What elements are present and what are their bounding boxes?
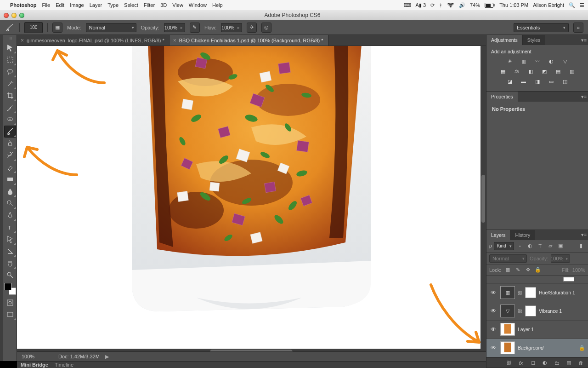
visibility-toggle-icon[interactable]: 👁 (489, 308, 498, 314)
eyedropper-tool[interactable] (4, 102, 16, 114)
status-flyout-icon[interactable]: ▶ (105, 354, 109, 360)
crop-tool[interactable] (4, 90, 16, 102)
pressure-opacity-button[interactable]: ✎ (190, 23, 200, 33)
lasso-tool[interactable] (4, 66, 16, 78)
visibility-toggle-icon[interactable]: 👁 (489, 289, 498, 296)
color-balance-icon[interactable]: ⚖ (512, 67, 522, 75)
tab-layers[interactable]: Layers (486, 230, 511, 240)
link-layers-icon[interactable]: ⛓ (505, 359, 513, 367)
blend-mode-dropdown[interactable]: Normal (86, 23, 136, 32)
visibility-toggle-icon[interactable]: 👁 (489, 326, 498, 333)
document-tab[interactable]: × BBQ Chicken Enchiladas 1.psd @ 100% (B… (170, 35, 328, 46)
brush-tool[interactable] (4, 126, 16, 138)
blend-mode-dropdown[interactable]: Normal (489, 254, 527, 263)
lock-pixels-icon[interactable]: ✎ (514, 266, 521, 274)
layer-opacity-input[interactable]: 100% (551, 254, 570, 263)
window-close-button[interactable] (4, 13, 9, 18)
history-brush-tool[interactable] (4, 150, 16, 161)
layer-row[interactable]: 👁 ▥ ⛓ Hue/Saturation 1 (486, 284, 588, 302)
filter-type-icon[interactable]: T (536, 242, 544, 250)
hand-tool[interactable] (4, 257, 16, 269)
quickmask-button[interactable] (4, 297, 16, 309)
tray-sync-icon[interactable]: ⟳ (430, 2, 435, 8)
tray-spotlight-icon[interactable]: 🔍 (569, 2, 575, 8)
new-layer-icon[interactable]: ▤ (565, 359, 572, 367)
add-mask-icon[interactable]: ◻ (529, 359, 537, 367)
invert-icon[interactable]: ◪ (505, 77, 515, 86)
window-minimize-button[interactable] (11, 13, 17, 18)
window-zoom-button[interactable] (19, 13, 24, 18)
pen-tool[interactable] (4, 209, 16, 221)
filter-smart-icon[interactable]: ▣ (556, 242, 565, 250)
tab-timeline[interactable]: Timeline (55, 362, 74, 368)
tool-indicator-brush-icon[interactable] (5, 23, 15, 33)
close-icon[interactable]: × (173, 37, 176, 44)
layer-filter-kind[interactable]: Kind (494, 242, 514, 250)
tray-notifications-icon[interactable]: ☰ (580, 2, 584, 8)
dodge-tool[interactable] (4, 197, 16, 209)
move-tool[interactable] (4, 42, 16, 54)
menu-filter[interactable]: Filter (144, 2, 155, 8)
layer-mask-thumbnail[interactable] (525, 287, 536, 298)
tray-battery-icon[interactable] (485, 3, 495, 8)
color-lookup-icon[interactable]: ▥ (567, 67, 577, 75)
pressure-size-button[interactable]: ◎ (261, 23, 271, 33)
brush-panel-toggle-button[interactable]: ▦ (52, 23, 62, 33)
new-group-icon[interactable]: 🗀 (553, 359, 560, 367)
close-icon[interactable]: × (21, 37, 24, 44)
tab-mini-bridge[interactable]: Mini Bridge (21, 362, 48, 368)
layer-style-icon[interactable]: fx (517, 359, 525, 367)
tray-keyboard-icon[interactable]: ⌨︎ (404, 2, 411, 8)
type-tool[interactable]: T (4, 221, 16, 233)
filter-adjustment-icon[interactable]: ◐ (526, 242, 534, 250)
magic-wand-tool[interactable] (4, 78, 16, 90)
tab-styles[interactable]: Styles (523, 35, 546, 45)
channel-mixer-icon[interactable]: ▤ (553, 67, 563, 75)
layer-name[interactable]: Hue/Saturation 1 (539, 290, 585, 295)
fill-input[interactable]: 100% (572, 267, 585, 273)
brush-preset-picker[interactable]: 100 (24, 22, 43, 33)
selective-color-icon[interactable]: ◫ (560, 77, 570, 86)
filter-shape-icon[interactable]: ▱ (546, 242, 554, 250)
zoom-field[interactable]: 100% (17, 354, 50, 359)
tray-wifi-icon[interactable] (447, 2, 454, 8)
layer-thumbnail[interactable]: ▽ (500, 305, 515, 317)
layer-row[interactable]: 👁 ▽ ⛓ Vibrance 1 (486, 302, 588, 321)
filter-toggle-icon[interactable]: ▮ (577, 242, 585, 250)
threshold-icon[interactable]: ◨ (532, 77, 543, 86)
toolbox-grip[interactable] (5, 37, 16, 40)
menu-layer[interactable]: Layer (90, 2, 102, 8)
layer-name[interactable]: Background (518, 345, 576, 351)
clone-stamp-tool[interactable] (4, 138, 16, 150)
filter-pixel-icon[interactable]: ▫ (516, 242, 524, 250)
marquee-tool[interactable] (4, 54, 16, 66)
menu-window[interactable]: Window (189, 2, 207, 8)
hue-sat-icon[interactable]: ▦ (498, 67, 508, 75)
workspace-switcher[interactable]: Essentials (514, 23, 569, 32)
tab-history[interactable]: History (511, 230, 536, 240)
tray-bluetooth-icon[interactable]: ᚼ (439, 2, 442, 8)
airbrush-button[interactable]: ✈ (247, 23, 257, 33)
curves-icon[interactable]: 〰 (532, 57, 543, 65)
doc-info[interactable]: Doc: 1.42M/3.32M (50, 354, 100, 359)
layer-name[interactable]: Vibrance 1 (539, 308, 585, 314)
levels-icon[interactable]: ▥ (519, 57, 529, 65)
photo-filter-icon[interactable]: ◩ (539, 67, 549, 75)
color-swatches[interactable] (4, 283, 16, 295)
lock-transparency-icon[interactable]: ▩ (504, 266, 511, 274)
layer-group-stub[interactable] (486, 276, 588, 284)
menu-type[interactable]: Type (107, 2, 119, 8)
lock-position-icon[interactable]: ✥ (524, 266, 531, 274)
layer-thumbnail[interactable] (500, 323, 515, 336)
menu-image[interactable]: Image (70, 2, 84, 8)
tray-user[interactable]: Alison Ebright (533, 2, 564, 8)
menu-view[interactable]: View (172, 2, 183, 8)
tab-adjustments[interactable]: Adjustments (486, 35, 523, 45)
tab-properties[interactable]: Properties (486, 92, 518, 102)
gradient-map-icon[interactable]: ▭ (546, 77, 556, 86)
bw-icon[interactable]: ◧ (526, 67, 536, 75)
layer-thumbnail[interactable]: ▥ (500, 286, 515, 299)
opacity-input[interactable]: 100% (164, 23, 185, 32)
exposure-icon[interactable]: ◐ (546, 57, 556, 65)
menu-file[interactable]: File (42, 2, 50, 8)
